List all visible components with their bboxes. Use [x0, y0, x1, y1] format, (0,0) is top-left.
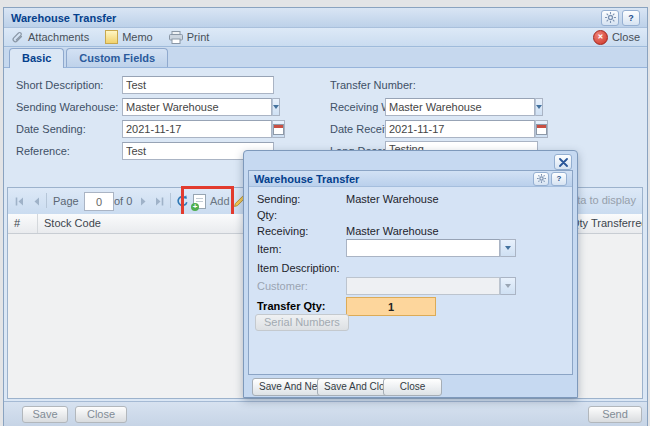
window-toolbar: Attachments Memo Print Close — [4, 28, 647, 47]
add-button-label: Add — [210, 195, 230, 207]
item-label: Item: — [257, 243, 281, 255]
tab-custom-fields[interactable]: Custom Fields — [66, 48, 168, 67]
x-icon — [559, 158, 568, 167]
sending-warehouse-combo[interactable] — [122, 98, 274, 116]
chevron-down-icon[interactable] — [500, 239, 516, 257]
calendar-icon[interactable] — [535, 120, 548, 138]
memo-button[interactable]: Memo — [105, 30, 153, 44]
date-receiving-field[interactable] — [385, 120, 537, 138]
customer-combo-disabled — [346, 277, 516, 295]
save-button[interactable]: Save — [22, 406, 68, 423]
dialog-titlebar: Warehouse Transfer ? — [249, 171, 572, 187]
chevron-down-icon[interactable] — [272, 98, 280, 116]
gear-icon[interactable] — [533, 172, 549, 186]
gear-icon[interactable] — [601, 10, 619, 26]
receiving-warehouse-input[interactable] — [385, 98, 535, 116]
dialog-close-button[interactable]: Close — [383, 378, 442, 396]
first-page-icon[interactable] — [14, 188, 25, 214]
page-of-label: of 0 — [114, 188, 132, 214]
receiving-label: Receiving: — [257, 225, 308, 237]
date-receiving-input[interactable] — [385, 120, 535, 138]
dialog-title: Warehouse Transfer — [254, 173, 359, 185]
transfer-qty-label: Transfer Qty: — [257, 300, 325, 312]
page-label: Page — [53, 188, 79, 214]
chevron-down-icon — [500, 277, 516, 295]
transfer-qty-input[interactable] — [346, 297, 436, 316]
date-sending-input[interactable] — [122, 120, 272, 138]
window-titlebar: Warehouse Transfer ? — [4, 8, 647, 28]
sending-warehouse-input[interactable] — [122, 98, 272, 116]
refresh-icon[interactable] — [176, 188, 189, 214]
close-label: Close — [612, 31, 640, 43]
print-label: Print — [187, 31, 210, 43]
warehouse-transfer-dialog: Warehouse Transfer ? Sending: Master War… — [243, 150, 578, 398]
calendar-icon[interactable] — [272, 120, 285, 138]
help-button[interactable]: ? — [551, 172, 567, 186]
date-sending-field[interactable] — [122, 120, 274, 138]
screen: Warehouse Transfer ? Attachments Memo Pr… — [0, 0, 650, 426]
short-description-label: Short Description: — [16, 79, 103, 91]
paperclip-icon — [11, 31, 24, 44]
dialog-close-icon[interactable] — [554, 154, 572, 170]
window-title: Warehouse Transfer — [11, 12, 116, 24]
close-button[interactable]: Close — [75, 406, 127, 423]
customer-input — [346, 277, 500, 295]
tab-basic[interactable]: Basic — [9, 48, 64, 68]
sending-warehouse-label: Sending Warehouse: — [16, 101, 118, 113]
chevron-down-icon[interactable] — [535, 98, 543, 116]
reference-label: Reference: — [16, 145, 70, 157]
attachments-button[interactable]: Attachments — [11, 31, 89, 44]
help-button[interactable]: ? — [622, 10, 640, 26]
date-sending-label: Date Sending: — [16, 123, 86, 135]
sticky-note-icon — [105, 30, 118, 44]
sending-value: Master Warehouse — [346, 193, 439, 205]
item-input[interactable] — [346, 239, 500, 257]
close-toolbar-button[interactable]: Close — [593, 30, 640, 45]
print-button[interactable]: Print — [169, 31, 210, 44]
toolbar-separator — [170, 193, 171, 208]
prev-page-icon[interactable] — [31, 188, 42, 214]
short-description-input[interactable] — [122, 76, 274, 94]
receiving-warehouse-combo[interactable] — [385, 98, 537, 116]
customer-label: Customer: — [257, 280, 308, 292]
attachments-label: Attachments — [28, 31, 89, 43]
dialog-panel: Warehouse Transfer ? Sending: Master War… — [248, 170, 573, 375]
add-button[interactable]: + Add — [189, 191, 234, 211]
page-number-input[interactable] — [84, 192, 114, 211]
window-tools: ? — [601, 10, 640, 26]
item-combo[interactable] — [346, 239, 516, 257]
memo-label: Memo — [122, 31, 153, 43]
tab-bar: Basic Custom Fields — [4, 48, 647, 68]
next-page-icon[interactable] — [138, 188, 149, 214]
qty-label: Qty: — [257, 209, 277, 221]
item-description-label: Item Description: — [257, 262, 340, 274]
last-page-icon[interactable] — [154, 188, 165, 214]
printer-icon — [169, 31, 183, 44]
receiving-value: Master Warehouse — [346, 225, 439, 237]
serial-numbers-button: Serial Numbers — [255, 314, 349, 331]
sending-label: Sending: — [257, 193, 300, 205]
transfer-number-label: Transfer Number: — [330, 79, 416, 91]
send-button[interactable]: Send — [588, 406, 642, 423]
window-footer-bar: Save Close Send — [4, 401, 647, 426]
new-document-plus-icon: + — [193, 194, 206, 209]
dialog-tools: ? — [533, 172, 567, 186]
toolbar-separator — [46, 193, 47, 208]
red-circle-x-icon — [593, 30, 608, 45]
column-header-row-number[interactable]: # — [8, 214, 38, 233]
